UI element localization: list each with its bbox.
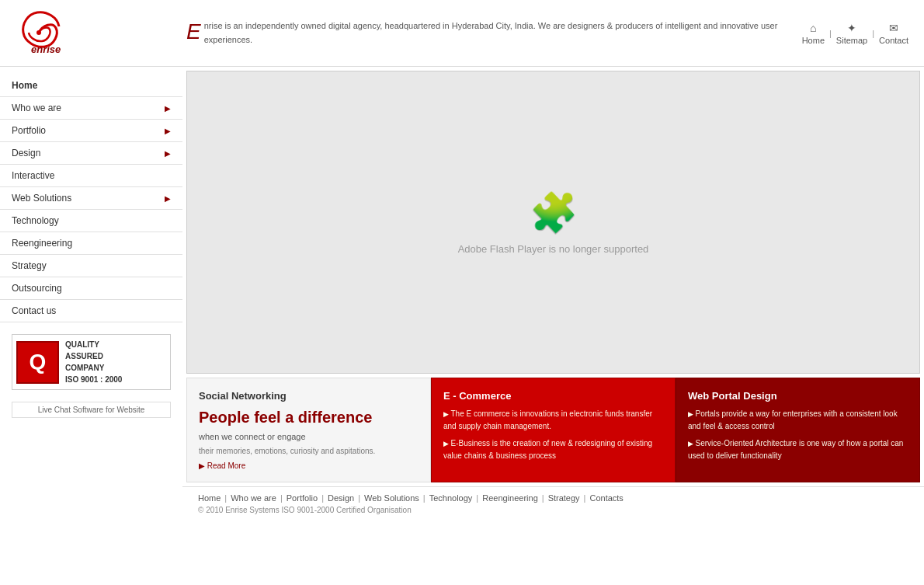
footer-sep: | xyxy=(584,493,586,503)
svg-text:enrise: enrise xyxy=(31,44,61,55)
sidebar-item-label: Contact us xyxy=(12,305,56,316)
webportal-bullet-2: Service-Oriented Architecture is one way… xyxy=(688,437,908,462)
header-initial: E xyxy=(186,19,201,44)
contact-nav-label: Contact xyxy=(879,36,908,45)
livechat-button[interactable]: Live Chat Software for Website xyxy=(12,402,171,418)
sitemap-nav-label: Sitemap xyxy=(836,36,867,45)
quality-line3: COMPANY xyxy=(65,362,122,374)
ecommerce-bullet-2: E-Business is the creation of new & rede… xyxy=(443,437,663,462)
footer-sep: | xyxy=(542,493,544,503)
main-content: 🧩 Adobe Flash Player is no longer suppor… xyxy=(182,67,924,521)
sidebar: HomeWho we are▶Portfolio▶Design▶Interact… xyxy=(0,67,182,521)
ecommerce-panel: E - Commerce The E commerce is innovatio… xyxy=(431,378,676,482)
footer-link-design[interactable]: Design xyxy=(328,493,354,503)
logo-area: enrise xyxy=(16,8,171,58)
footer-link-technology[interactable]: Technology xyxy=(429,493,473,503)
footer-link-strategy[interactable]: Strategy xyxy=(548,493,580,503)
sidebar-item-technology[interactable]: Technology xyxy=(0,210,182,232)
layout: HomeWho we are▶Portfolio▶Design▶Interact… xyxy=(0,67,924,521)
nav-sep-1: | xyxy=(829,29,832,38)
puzzle-icon: 🧩 xyxy=(530,190,578,235)
social-panel-title: Social Networking xyxy=(199,390,419,402)
footer-sep: | xyxy=(224,493,227,503)
webportal-panel-title: Web Portal Design xyxy=(688,390,908,402)
ecommerce-panel-title: E - Commerce xyxy=(443,390,663,402)
sidebar-item-label: Portfolio xyxy=(12,125,46,136)
home-nav-button[interactable]: ⌂ Home xyxy=(802,22,825,45)
footer-sep: | xyxy=(476,493,478,503)
sidebar-item-strategy[interactable]: Strategy xyxy=(0,255,182,277)
webportal-panel: Web Portal Design Portals provide a way … xyxy=(676,378,920,482)
quality-text: QUALITY ASSURED COMPANY ISO 9001 : 2000 xyxy=(65,339,122,385)
sidebar-item-contact-us[interactable]: Contact us xyxy=(0,300,182,322)
sidebar-item-label: Interactive xyxy=(12,170,54,181)
flash-area: 🧩 Adobe Flash Player is no longer suppor… xyxy=(186,71,920,374)
footer-link-web-solutions[interactable]: Web Solutions xyxy=(364,493,419,503)
sidebar-item-label: Technology xyxy=(12,215,59,226)
sidebar-item-label: Reengineering xyxy=(12,238,72,249)
footer-sep: | xyxy=(358,493,360,503)
bottom-panels: Social Networking People feel a differen… xyxy=(186,378,920,482)
sidebar-item-who-we-are[interactable]: Who we are▶ xyxy=(0,97,182,119)
header: enrise E nrise is an independently owned… xyxy=(0,0,924,67)
sidebar-item-web-solutions[interactable]: Web Solutions▶ xyxy=(0,187,182,209)
sidebar-item-label: Strategy xyxy=(12,260,47,271)
footer-nav: Home|Who we are|Portfolio|Design|Web Sol… xyxy=(198,493,908,503)
footer-sep: | xyxy=(321,493,324,503)
sidebar-item-label: Who we are xyxy=(12,103,61,113)
quality-q-letter: Q xyxy=(16,341,59,384)
quality-line1: QUALITY xyxy=(65,339,122,350)
footer-link-reengineering[interactable]: Reengineering xyxy=(482,493,538,503)
sidebar-item-label: Outsourcing xyxy=(12,283,62,294)
sidebar-item-reengineering[interactable]: Reengineering xyxy=(0,232,182,254)
sidebar-item-home[interactable]: Home xyxy=(0,75,182,96)
quality-badge: Q QUALITY ASSURED COMPANY ISO 9001 : 200… xyxy=(12,334,171,390)
chevron-right-icon: ▶ xyxy=(165,104,171,113)
sidebar-item-label: Web Solutions xyxy=(12,193,71,204)
webportal-bullet-1: Portals provide a way for enterprises wi… xyxy=(688,408,908,433)
contact-nav-button[interactable]: ✉ Contact xyxy=(879,22,908,45)
svg-point-0 xyxy=(36,30,41,35)
header-nav: ⌂ Home | ✦ Sitemap | ✉ Contact xyxy=(802,22,908,45)
header-center: E nrise is an independently owned digita… xyxy=(171,19,802,47)
footer: Home|Who we are|Portfolio|Design|Web Sol… xyxy=(182,486,924,521)
social-headline-1: People feel a difference xyxy=(199,408,419,427)
home-icon: ⌂ xyxy=(810,22,816,34)
social-read-more[interactable]: ▶ Read More xyxy=(199,461,419,470)
footer-link-portfolio[interactable]: Portfolio xyxy=(287,493,318,503)
chevron-right-icon: ▶ xyxy=(165,149,171,158)
social-headline-2: when we connect or engage xyxy=(199,430,419,444)
quality-line2: ASSURED xyxy=(65,350,122,362)
sidebar-item-portfolio[interactable]: Portfolio▶ xyxy=(0,120,182,141)
sidebar-menu: HomeWho we are▶Portfolio▶Design▶Interact… xyxy=(0,75,182,322)
sitemap-icon: ✦ xyxy=(847,22,856,34)
contact-icon: ✉ xyxy=(889,22,898,34)
footer-link-home[interactable]: Home xyxy=(198,493,221,503)
sidebar-item-label: Home xyxy=(12,80,37,91)
footer-copyright: © 2010 Enrise Systems ISO 9001-2000 Cert… xyxy=(198,506,908,514)
ecommerce-bullet-1: The E commerce is innovations in electro… xyxy=(443,408,663,433)
header-description: nrise is an independently owned digital … xyxy=(204,21,778,44)
nav-sep-2: | xyxy=(872,29,874,38)
home-nav-label: Home xyxy=(802,36,825,45)
social-sub: their memories, emotions, curiosity and … xyxy=(199,447,419,455)
footer-sep: | xyxy=(280,493,283,503)
sidebar-item-outsourcing[interactable]: Outsourcing xyxy=(0,277,182,299)
sitemap-nav-button[interactable]: ✦ Sitemap xyxy=(836,22,867,45)
sidebar-item-design[interactable]: Design▶ xyxy=(0,142,182,164)
sidebar-item-label: Design xyxy=(12,148,40,158)
chevron-right-icon: ▶ xyxy=(165,194,171,203)
footer-link-contacts[interactable]: Contacts xyxy=(589,493,623,503)
flash-message: Adobe Flash Player is no longer supporte… xyxy=(458,243,649,255)
social-panel: Social Networking People feel a differen… xyxy=(186,378,431,482)
quality-line4: ISO 9001 : 2000 xyxy=(65,374,122,385)
sidebar-item-interactive[interactable]: Interactive xyxy=(0,165,182,186)
footer-sep: | xyxy=(423,493,426,503)
chevron-right-icon: ▶ xyxy=(165,127,171,135)
logo-icon: enrise xyxy=(16,8,66,58)
footer-link-who-we-are[interactable]: Who we are xyxy=(231,493,276,503)
